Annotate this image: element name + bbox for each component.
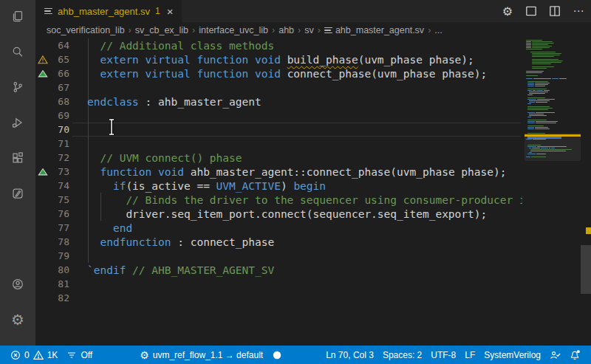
breadcrumb-item[interactable]: soc_verification_lib — [47, 25, 125, 35]
breadcrumb: soc_verification_lib›sv_cb_ex_lib›interf… — [35, 22, 591, 38]
code-editor[interactable]: 64 // Additional class methods65 extern … — [35, 38, 591, 346]
settings-gear-icon[interactable]: ⚙ — [6, 308, 30, 332]
code-area[interactable]: 64 // Additional class methods65 extern … — [35, 38, 522, 346]
gutter-empty — [35, 193, 50, 207]
gutter-empty — [35, 277, 50, 291]
minimap-line — [526, 49, 543, 49]
code-line-64[interactable]: 64 // Additional class methods — [35, 38, 522, 52]
vscode-window: ⚙ ahb_master_agent.sv 1 × ⚙⋯ soc_verific… — [0, 0, 591, 364]
activity-bar: ⚙ — [0, 0, 35, 346]
line-number: 75 — [50, 194, 69, 205]
status-label: Ln 70, Col 3 — [326, 350, 374, 360]
line-text: // Binds the driver to the sequencer usi… — [69, 194, 522, 206]
explorer-icon[interactable] — [6, 4, 30, 28]
line-text: `endif // AHB_MASTER_AGENT_SV — [69, 264, 274, 276]
line-number: 64 — [50, 40, 69, 51]
minimap-line — [527, 109, 549, 110]
code-line-75[interactable]: 75 // Binds the driver to the sequencer … — [35, 193, 522, 207]
status-label: Off — [81, 350, 92, 360]
status-item-indentation[interactable]: Spaces: 2 — [378, 346, 426, 364]
code-line-80[interactable]: 80`endif // AHB_MASTER_AGENT_SV — [35, 263, 522, 277]
code-line-72[interactable]: 72 // UVM connect() phase — [35, 151, 522, 165]
code-line-65[interactable]: 65 extern virtual function void build_ph… — [35, 52, 522, 66]
tab-bar: ahb_master_agent.sv 1 × ⚙⋯ — [35, 0, 591, 22]
notifications-bell-icon[interactable] — [565, 346, 585, 364]
extensions-icon[interactable] — [6, 146, 30, 170]
source-control-icon[interactable] — [6, 75, 30, 99]
split-editor-icon[interactable] — [547, 3, 563, 19]
breadcrumb-separator: › — [298, 25, 301, 35]
circle-filled-icon — [272, 350, 282, 360]
code-line-73[interactable]: 73 function void ahb_master_agent::conne… — [35, 165, 522, 179]
status-item-encoding[interactable]: UTF-8 — [426, 346, 460, 364]
status-item-language[interactable]: SystemVerilog — [479, 346, 545, 364]
line-text: end — [69, 222, 132, 234]
breadcrumb-label: sv — [304, 25, 314, 35]
breadcrumb-item[interactable]: ahb — [279, 25, 294, 35]
status-item-config[interactable]: ⚙uvm_ref_flow_1.1 → default — [135, 346, 267, 364]
warning-marker — [586, 227, 591, 234]
code-line-69[interactable]: 69 — [35, 109, 522, 123]
status-label: LF — [465, 350, 475, 360]
settings-gear-icon[interactable]: ⚙ — [499, 3, 516, 19]
line-number: 71 — [50, 138, 69, 149]
status-item-problems[interactable]: 0 1K — [6, 346, 62, 364]
status-item-eol[interactable]: LF — [460, 346, 479, 364]
code-line-66[interactable]: 66 extern virtual function void connect_… — [35, 66, 522, 80]
line-number: 80 — [50, 264, 69, 275]
more-actions-icon[interactable]: ⋯ — [570, 3, 587, 19]
minimap[interactable] — [525, 40, 581, 347]
gutter-empty — [35, 235, 50, 249]
breadcrumb-item[interactable]: interface_uvc_lib — [199, 25, 268, 35]
line-number: 67 — [50, 82, 69, 93]
breadcrumb-item[interactable]: sv — [304, 25, 314, 35]
search-icon[interactable] — [6, 40, 30, 63]
code-line-77[interactable]: 77 end — [35, 221, 522, 235]
line-text: extern virtual function void build_phase… — [69, 54, 474, 66]
breadcrumb-separator: › — [272, 25, 275, 35]
line-number: 81 — [50, 278, 69, 289]
account-icon[interactable] — [6, 272, 30, 296]
gutter-empty — [35, 207, 50, 221]
line-number: 70 — [50, 124, 69, 135]
breadcrumb-separator: › — [129, 25, 131, 35]
breadcrumb-item[interactable]: ... — [434, 25, 442, 35]
notebook-pencil-icon[interactable] — [6, 182, 30, 205]
code-line-68[interactable]: 68endclass : ahb_master_agent — [35, 95, 522, 109]
bell-dot-icon — [570, 349, 581, 360]
minimap-line — [526, 75, 539, 76]
feedback-icon — [550, 350, 561, 360]
minimap-line — [527, 123, 557, 123]
status-item-off[interactable]: Off — [62, 346, 97, 364]
code-line-70[interactable]: 70 — [35, 123, 522, 137]
breadcrumb-item[interactable]: ahb_master_agent.sv — [324, 25, 424, 35]
scrollbar-slider[interactable] — [581, 245, 591, 294]
code-line-76[interactable]: 76 driver.seq_item_port.connect(sequence… — [35, 207, 522, 221]
tab-ahb-master-agent[interactable]: ahb_master_agent.sv 1 × — [35, 0, 182, 22]
line-number: 65 — [50, 54, 69, 65]
code-line-79[interactable]: 79 — [35, 249, 522, 263]
run-debug-icon[interactable] — [6, 111, 30, 134]
language-status-circle-icon[interactable] — [267, 346, 287, 364]
minimap-line — [527, 128, 550, 129]
status-label: Spaces: 2 — [383, 350, 422, 360]
status-item-cursor-position[interactable]: Ln 70, Col 3 — [321, 346, 378, 364]
line-text: // UVM connect() phase — [69, 152, 242, 164]
code-line-78[interactable]: 78 endfunction : connect_phase — [35, 235, 522, 249]
feedback-icon[interactable] — [545, 346, 565, 364]
minimap-highlight-band — [527, 137, 561, 139]
error-circle-icon — [10, 350, 21, 360]
status-label: UTF-8 — [431, 350, 456, 360]
code-line-81[interactable]: 81 — [35, 277, 522, 291]
code-line-82[interactable]: 82 — [35, 291, 522, 305]
code-line-71[interactable]: 71 — [35, 137, 522, 151]
breadcrumb-item[interactable]: sv_cb_ex_lib — [135, 25, 188, 35]
close-icon[interactable]: × — [165, 6, 175, 17]
customize-layout-icon[interactable] — [523, 3, 539, 19]
code-line-67[interactable]: 67 — [35, 80, 522, 95]
line-number: 72 — [50, 152, 69, 163]
gutter-empty — [35, 109, 50, 123]
code-line-74[interactable]: 74 if(is_active == UVM_ACTIVE) begin — [35, 179, 522, 193]
gutter-empty — [35, 179, 50, 193]
gutter-empty — [35, 151, 50, 165]
